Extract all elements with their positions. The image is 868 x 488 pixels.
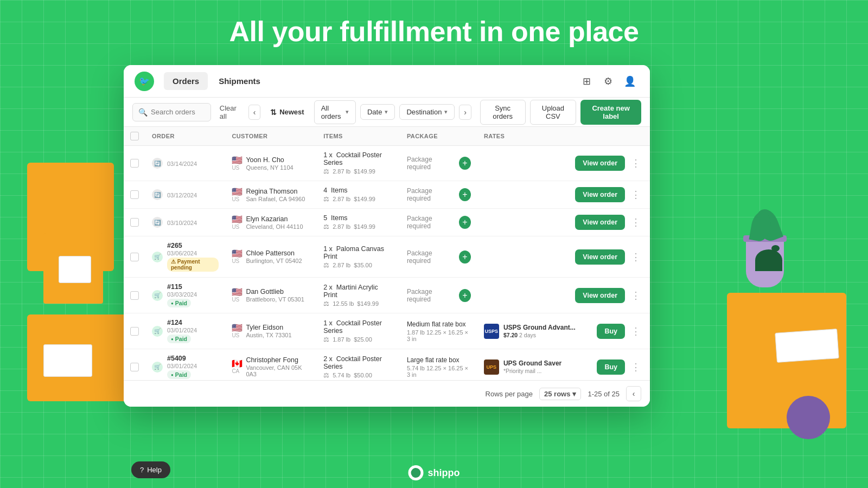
rows-dropdown[interactable]: 25 rows ▾: [539, 388, 581, 400]
row-checkbox[interactable]: [130, 218, 139, 227]
select-all-checkbox[interactable]: [130, 132, 139, 140]
row-checkbox[interactable]: [130, 159, 139, 168]
help-button[interactable]: ? Help: [131, 461, 170, 478]
order-icon: 🛒: [152, 252, 163, 262]
customer-cell: 🇺🇸 US Elyn Kazarian Cleveland, OH 44110: [232, 215, 310, 230]
prev-page-btn[interactable]: ‹: [626, 386, 641, 401]
nav-tab-orders[interactable]: Orders: [164, 72, 208, 90]
order-date: 03/10/2024: [167, 220, 197, 226]
view-order-button[interactable]: View order: [575, 215, 625, 230]
more-filters-btn[interactable]: ›: [459, 105, 471, 120]
rates-action-cell: View order ⋮: [484, 249, 643, 265]
package-required-text: Package required: [407, 215, 454, 230]
add-package-btn[interactable]: +: [459, 188, 471, 201]
order-cell: 🔄 03/10/2024: [152, 217, 219, 228]
more-options-btn[interactable]: ⋮: [628, 288, 643, 303]
more-options-btn[interactable]: ⋮: [628, 359, 643, 375]
buy-button[interactable]: Buy: [597, 324, 625, 339]
item-weight: 2.87 lb: [333, 168, 350, 175]
prev-arrow-btn[interactable]: ‹: [248, 105, 260, 120]
logo-icon: 🐦: [135, 72, 154, 91]
more-options-btn[interactable]: ⋮: [628, 215, 643, 230]
newest-label: Newest: [279, 108, 304, 116]
order-number: #5409: [167, 355, 197, 362]
order-icon: 🔄: [152, 217, 163, 228]
more-options-btn[interactable]: ⋮: [628, 249, 643, 265]
shippo-footer: shippo: [409, 465, 460, 480]
nav-tab-shipments[interactable]: Shipments: [210, 72, 269, 90]
destination-filter[interactable]: Destination ▾: [399, 104, 455, 120]
more-options-btn[interactable]: ⋮: [628, 156, 643, 171]
top-nav: 🐦 Orders Shipments ⊞ ⚙ 👤: [124, 65, 650, 98]
paid-badge: Paid: [167, 299, 191, 307]
add-package-btn[interactable]: +: [459, 289, 471, 302]
package-name: Large flat rate box: [407, 356, 471, 364]
flag-icon: 🇺🇸 US: [232, 156, 242, 171]
payment-pending-badge: ⚠ Payment pending: [167, 258, 219, 272]
customer-address: San Rafael, CA 94960: [246, 196, 305, 202]
order-date: 03/14/2024: [167, 160, 197, 167]
package-dimensions: 5.74 lb 12.25 × 16.25 × 3 in: [407, 365, 471, 378]
package-required-text: Package required: [407, 288, 454, 303]
item-weight: 2.87 lb: [333, 196, 350, 202]
sync-orders-button[interactable]: Sync orders: [480, 100, 526, 125]
item-details: ⚖ 2.87 lb $149.99: [323, 195, 394, 203]
more-options-btn[interactable]: ⋮: [628, 324, 643, 339]
all-orders-filter[interactable]: All orders ▾: [314, 100, 356, 124]
order-cell: 🛒 #124 03/01/2024 Paid: [152, 319, 219, 343]
package-cell: Package required +: [407, 156, 471, 171]
add-package-btn[interactable]: +: [459, 157, 471, 170]
chevron-down-icon: ▾: [572, 390, 576, 398]
row-checkbox[interactable]: [130, 363, 139, 371]
customer-cell: 🇺🇸 US Chloe Patterson Burlington, VT 054…: [232, 249, 310, 264]
order-cell: 🛒 #265 03/06/2024 ⚠ Payment pending: [152, 242, 219, 272]
settings-icon-btn[interactable]: ⚙: [599, 72, 617, 91]
rate-name: UPS Ground Saver: [503, 359, 561, 367]
create-new-label-button[interactable]: Create new label: [580, 100, 641, 125]
order-date: 03/01/2024: [167, 363, 197, 369]
view-order-button[interactable]: View order: [575, 249, 625, 265]
row-checkbox[interactable]: [130, 253, 139, 261]
shippo-logo-icon: [409, 465, 424, 480]
view-order-button[interactable]: View order: [575, 187, 625, 202]
newest-sort-btn[interactable]: ⇅ Newest: [265, 105, 310, 120]
customer-name: Regina Thomson: [246, 188, 305, 195]
view-order-button[interactable]: View order: [575, 288, 625, 303]
clear-button[interactable]: Clear all: [215, 102, 244, 123]
col-package: PACKAGE: [400, 127, 477, 146]
add-package-btn[interactable]: +: [459, 216, 471, 229]
row-checkbox[interactable]: [130, 291, 139, 300]
package-dimensions: 1.87 lb 12.25 × 16.25 × 3 in: [407, 329, 471, 342]
destination-label: Destination: [406, 108, 442, 116]
upload-csv-button[interactable]: Upload CSV: [530, 100, 577, 125]
user-icon-btn[interactable]: 👤: [621, 72, 639, 91]
deco-bird: [755, 249, 782, 271]
rates-content: USPS USPS Ground Advant... $7.20 2 days: [484, 324, 592, 339]
customer-name: Chloe Patterson: [246, 249, 302, 257]
customer-cell: 🇺🇸 US Dan Gottlieb Brattleboro, VT 05301: [232, 288, 310, 303]
buy-button[interactable]: Buy: [597, 359, 625, 375]
rates-action-cell: UPS UPS Ground Saver *Priority mail ... …: [484, 359, 643, 375]
chevron-down-icon: ▾: [444, 108, 448, 115]
package-cell: Large flat rate box 5.74 lb 12.25 × 16.2…: [407, 356, 471, 378]
item-name: 2 x Cocktail Poster Series: [323, 355, 394, 370]
order-number: #115: [167, 283, 197, 291]
more-options-btn[interactable]: ⋮: [628, 187, 643, 202]
country-code: US: [232, 165, 242, 171]
item-weight: 1.87 lb: [333, 336, 350, 343]
date-filter[interactable]: Date ▾: [360, 104, 395, 120]
item-details: ⚖ 1.87 lb $25.00: [323, 336, 394, 343]
country-flag: 🇺🇸: [232, 249, 242, 258]
row-checkbox[interactable]: [130, 190, 139, 199]
view-order-button[interactable]: View order: [575, 156, 625, 171]
item-weight: 5.74 lb: [333, 372, 350, 378]
search-input[interactable]: [151, 108, 205, 116]
order-date: 03/06/2024: [167, 250, 219, 256]
country-flag: 🇺🇸: [232, 287, 242, 297]
country-flag: 🇨🇦: [232, 359, 242, 368]
grid-icon-btn[interactable]: ⊞: [577, 72, 596, 91]
col-order: ORDER: [145, 127, 225, 146]
add-package-btn[interactable]: +: [459, 251, 471, 264]
row-checkbox[interactable]: [130, 327, 139, 336]
search-box[interactable]: 🔍: [132, 103, 211, 121]
